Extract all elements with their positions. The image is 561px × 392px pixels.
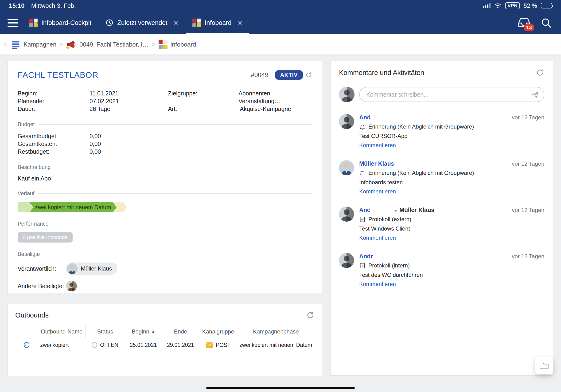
tab-zuletzt-verwendet[interactable]: Zuletzt verwendet × bbox=[98, 11, 185, 34]
sort-asc-icon: ▲ bbox=[151, 329, 155, 334]
outbound-type-icon[interactable]: c bbox=[15, 338, 38, 352]
budget-gesamtbudget: Gesamtbudget:0,00 bbox=[18, 132, 312, 140]
menu-icon[interactable] bbox=[3, 11, 22, 34]
comment-author[interactable]: And bbox=[359, 114, 371, 121]
phase-segment-current[interactable]: zwei kopiert mit neuem Datum bbox=[29, 202, 117, 212]
notification-badge: 13 bbox=[524, 24, 534, 31]
battery-percent: 52 % bbox=[524, 2, 537, 9]
others-label: Andere Beteiligte: bbox=[18, 283, 66, 290]
comment-input[interactable] bbox=[359, 87, 544, 102]
campaign-list-icon bbox=[11, 40, 21, 49]
campaign-card: FACHL TESTLABOR #0049 AKTIV Beginn:11.01… bbox=[8, 61, 322, 294]
participant-avatar[interactable] bbox=[66, 281, 77, 291]
tab-label: Infoboard-Cockpit bbox=[41, 19, 91, 27]
campaign-number: #0049 bbox=[251, 71, 268, 79]
comment-author[interactable]: Andr bbox=[359, 253, 373, 260]
breadcrumb-campaign-record[interactable]: 0049, Fachl Testlabor, I… bbox=[66, 39, 149, 50]
budget-gesamtkosten: Gesamtkosten:0,00 bbox=[18, 140, 312, 148]
comment-avatar bbox=[339, 253, 354, 268]
comment-time: vor 12 Tagen bbox=[512, 114, 544, 121]
arrow-right-icon bbox=[395, 207, 397, 213]
comment-time: vor 12 Tagen bbox=[512, 253, 544, 260]
outbounds-title: Outbounds bbox=[15, 311, 49, 319]
comment-action-link[interactable]: Kommentieren bbox=[359, 235, 544, 241]
comment-time: vor 12 Tagen bbox=[512, 161, 544, 167]
infoboard-grid-icon bbox=[159, 40, 168, 49]
status-open-icon bbox=[92, 342, 97, 348]
svg-text:c: c bbox=[25, 343, 27, 347]
column-header-status[interactable]: Status bbox=[85, 326, 125, 338]
campaign-phase-ribbon: zwei kopiert mit neuem Datum bbox=[18, 202, 312, 212]
navigation-bar: Infoboard-Cockpit Zuletzt verwendet × In… bbox=[0, 11, 561, 34]
field-planende: Planende:07.02.2021 bbox=[18, 97, 168, 105]
comment-text: Test Windows Client bbox=[359, 225, 544, 232]
column-header-kampagnenphase[interactable]: Kampagnenphase bbox=[237, 326, 314, 338]
column-header-ende[interactable]: Ende bbox=[162, 326, 199, 338]
breadcrumb-label: Infoboard bbox=[170, 41, 196, 48]
column-header-name[interactable]: Outbound-Name bbox=[38, 326, 85, 338]
wifi-icon bbox=[494, 3, 501, 8]
folder-fab-button[interactable] bbox=[535, 357, 553, 374]
responsible-person-chip[interactable]: Müller Klaus bbox=[66, 262, 118, 275]
breadcrumb-label: Kampagnen bbox=[23, 41, 56, 48]
tab-label: Zuletzt verwendet bbox=[117, 19, 167, 27]
comment-text: Test des WC durchführen bbox=[359, 272, 544, 278]
home-indicator[interactable] bbox=[206, 387, 355, 389]
responsible-name: Müller Klaus bbox=[81, 265, 112, 272]
send-icon[interactable] bbox=[532, 91, 539, 98]
refresh-button[interactable] bbox=[306, 311, 314, 319]
vpn-badge: VPN bbox=[505, 2, 520, 9]
close-icon[interactable]: × bbox=[173, 19, 178, 27]
field-art: Art:Akquise-Kampagne bbox=[168, 105, 312, 113]
bell-icon bbox=[359, 124, 366, 130]
comment-item: And vor 12 Tagen Erinnerung (Kein Abglei… bbox=[339, 114, 544, 149]
section-performance: Performance bbox=[18, 221, 312, 227]
comment-text: Infoboards testen bbox=[359, 179, 544, 186]
responsible-row: Verantwortlich: Müller Klaus bbox=[18, 262, 312, 275]
status-date: Mittwoch 3. Feb. bbox=[31, 2, 76, 9]
comment-item: Andr vor 12 Tagen Protokoll (intern) Tes… bbox=[339, 253, 544, 287]
status-bar: 15:10 Mittwoch 3. Feb. VPN 52 % bbox=[0, 0, 561, 11]
section-beteiligte: Beteiligte bbox=[18, 251, 312, 257]
chevron-right-icon bbox=[152, 41, 155, 48]
top-bar: 15:10 Mittwoch 3. Feb. VPN 52 % Infoboar… bbox=[0, 0, 561, 34]
column-header-kanalgruppe[interactable]: Kanalgruppe bbox=[199, 326, 237, 338]
comment-avatar bbox=[339, 207, 354, 222]
comment-action-link[interactable]: Kommentieren bbox=[359, 281, 544, 287]
field-zielgruppe: Zielgruppe:Abonnenten Veranstaltung… bbox=[168, 89, 312, 105]
other-participants-row: Andere Beteiligte: bbox=[18, 280, 312, 292]
comment-action-link[interactable]: Kommentieren bbox=[359, 142, 544, 149]
outbound-begin-cell: 25.01.2021 bbox=[125, 338, 162, 352]
comment-time: vor 12 Tagen bbox=[512, 207, 544, 213]
comments-card: Kommentare und Aktivitäten bbox=[330, 61, 553, 376]
outbound-status-cell: OFFEN bbox=[85, 338, 125, 352]
breadcrumb-kampagnen[interactable]: Kampagnen bbox=[11, 40, 56, 49]
current-user-avatar bbox=[339, 87, 355, 102]
outbound-channel-cell: POST bbox=[199, 338, 237, 352]
bell-icon bbox=[359, 170, 366, 176]
close-icon[interactable]: × bbox=[237, 19, 242, 27]
comment-avatar bbox=[339, 160, 354, 175]
comment-author[interactable]: Müller Klaus bbox=[359, 160, 394, 167]
cellular-signal-icon bbox=[483, 3, 491, 8]
column-header-beginn[interactable]: Beginn▲ bbox=[125, 326, 162, 338]
comment-target-person[interactable]: Müller Klaus bbox=[399, 207, 434, 213]
comment-author[interactable]: Anc bbox=[359, 207, 370, 213]
search-icon[interactable] bbox=[541, 17, 552, 28]
outbounds-table: Outbound-Name Status Beginn▲ Ende Kanalg… bbox=[15, 326, 314, 352]
refresh-button[interactable] bbox=[536, 68, 544, 77]
tab-infoboard-cockpit[interactable]: Infoboard-Cockpit bbox=[22, 11, 98, 34]
breadcrumb: Kampagnen 0049, Fachl Testlabor, I… Info… bbox=[0, 34, 561, 54]
envelope-icon bbox=[205, 342, 213, 348]
outbound-name-cell[interactable]: zwei kopiert bbox=[38, 338, 85, 352]
performance-badge: 0 positive Inbounds bbox=[18, 232, 73, 242]
tab-infoboard[interactable]: Infoboard × bbox=[185, 11, 249, 34]
notifications-tray-button[interactable]: 13 bbox=[518, 17, 530, 28]
campaign-title: FACHL TESTLABOR bbox=[18, 70, 98, 80]
infoboard-grid-icon bbox=[29, 19, 38, 27]
avatar bbox=[67, 263, 77, 274]
sync-icon[interactable] bbox=[305, 71, 312, 78]
breadcrumb-infoboard[interactable]: Infoboard bbox=[159, 40, 196, 49]
battery-icon bbox=[541, 3, 552, 9]
comment-action-link[interactable]: Kommentieren bbox=[359, 188, 544, 195]
